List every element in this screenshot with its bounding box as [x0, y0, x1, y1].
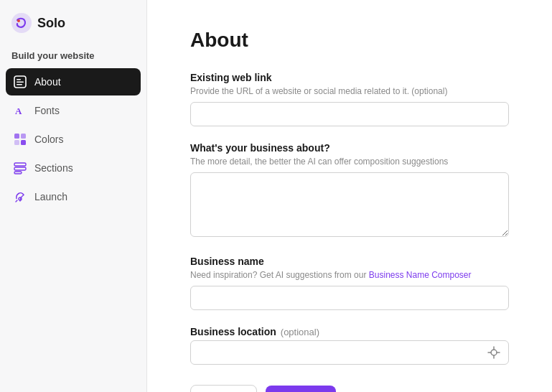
sections-icon — [13, 161, 27, 175]
business-name-input[interactable] — [190, 286, 509, 310]
solo-logo-icon — [11, 13, 32, 33]
next-button[interactable]: Next — [266, 386, 336, 392]
main-content: About Existing web link Provide the URL … — [147, 0, 552, 392]
existing-web-link-label: Existing web link — [190, 72, 509, 83]
svg-rect-10 — [21, 140, 26, 145]
business-location-input[interactable] — [190, 340, 509, 365]
colors-icon — [13, 132, 27, 146]
business-about-input[interactable] — [190, 172, 509, 237]
page-title: About — [190, 29, 509, 52]
logo: Solo — [0, 0, 146, 43]
business-location-optional: (optional) — [281, 327, 319, 337]
sidebar-item-launch-label: Launch — [34, 191, 67, 202]
existing-web-link-section: Existing web link Provide the URL of a w… — [190, 72, 509, 126]
business-about-hint: The more detail, the better the AI can o… — [190, 157, 509, 167]
sidebar: Solo Build your website About A F — [0, 0, 147, 392]
business-location-field-wrapper — [190, 340, 509, 365]
sidebar-item-launch[interactable]: Launch — [6, 183, 141, 210]
existing-web-link-hint: Provide the URL of a website or social m… — [190, 86, 509, 96]
svg-rect-5 — [17, 84, 22, 85]
svg-point-15 — [491, 350, 497, 355]
svg-point-1 — [17, 19, 20, 22]
sidebar-item-about-label: About — [34, 76, 61, 88]
business-name-label: Business name — [190, 256, 509, 267]
svg-rect-12 — [14, 167, 26, 170]
business-name-section: Business name Need inspiration? Get AI s… — [190, 256, 509, 310]
business-location-section: Business location (optional) — [190, 326, 509, 365]
business-location-label: Business location (optional) — [190, 326, 509, 337]
business-name-composer-link[interactable]: Business Name Composer — [369, 270, 472, 280]
about-icon — [13, 75, 27, 89]
svg-rect-7 — [14, 134, 19, 139]
svg-rect-4 — [17, 82, 24, 83]
svg-text:A: A — [15, 106, 22, 116]
crosshair-icon — [487, 346, 500, 359]
business-name-hint: Need inspiration? Get AI suggestions fro… — [190, 270, 509, 280]
fonts-icon: A — [13, 103, 27, 118]
business-name-hint-prefix: Need inspiration? Get AI suggestions fro… — [190, 270, 369, 280]
svg-rect-8 — [21, 134, 26, 139]
sidebar-title: Build your website — [0, 43, 146, 68]
sidebar-item-sections-label: Sections — [34, 162, 73, 174]
sidebar-item-fonts-label: Fonts — [34, 105, 60, 116]
sidebar-item-colors[interactable]: Colors — [6, 126, 141, 153]
launch-icon — [13, 190, 27, 204]
svg-rect-13 — [14, 172, 22, 174]
svg-rect-11 — [14, 163, 26, 166]
form-footer: Back Next — [190, 385, 509, 392]
sidebar-item-sections[interactable]: Sections — [6, 154, 141, 182]
logo-text: Solo — [37, 16, 65, 31]
svg-rect-9 — [14, 140, 19, 145]
existing-web-link-input[interactable] — [190, 102, 509, 126]
business-about-label: What's your business about? — [190, 142, 509, 154]
business-about-section: What's your business about? The more det… — [190, 142, 509, 240]
sidebar-item-colors-label: Colors — [34, 134, 63, 145]
svg-rect-3 — [17, 79, 21, 80]
svg-point-0 — [11, 13, 32, 33]
location-detect-button[interactable] — [485, 343, 503, 362]
sidebar-item-about[interactable]: About — [6, 68, 141, 95]
back-button[interactable]: Back — [190, 385, 257, 392]
sidebar-item-fonts[interactable]: A Fonts — [6, 97, 141, 124]
sidebar-nav: About A Fonts Colors — [0, 68, 146, 210]
